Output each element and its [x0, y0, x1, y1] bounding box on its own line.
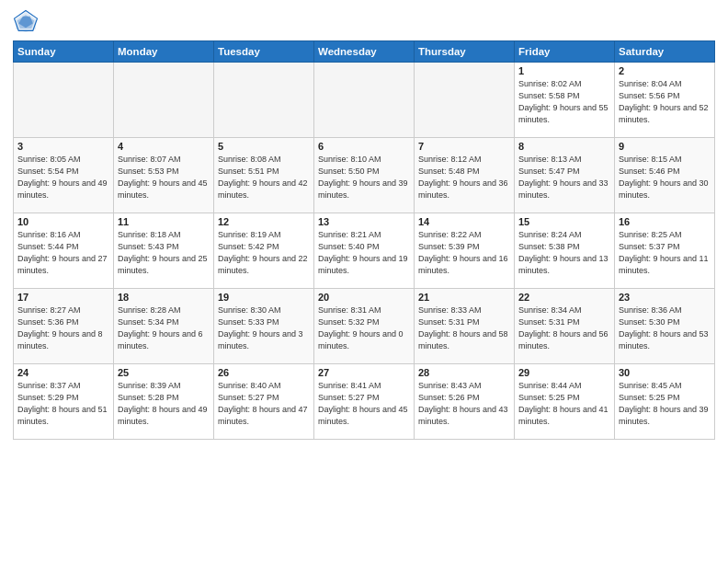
- day-info: Sunrise: 8:36 AM Sunset: 5:30 PM Dayligh…: [619, 304, 711, 352]
- calendar-cell: 29Sunrise: 8:44 AM Sunset: 5:25 PM Dayli…: [515, 364, 615, 440]
- day-info: Sunrise: 8:05 AM Sunset: 5:54 PM Dayligh…: [17, 154, 109, 201]
- day-number: 18: [118, 292, 210, 303]
- day-number: 3: [17, 141, 109, 152]
- header: [13, 9, 715, 35]
- day-number: 8: [518, 141, 610, 152]
- day-number: 17: [17, 292, 109, 303]
- calendar-week-5: 24Sunrise: 8:37 AM Sunset: 5:29 PM Dayli…: [14, 364, 715, 440]
- day-number: 30: [619, 367, 711, 378]
- day-number: 7: [418, 141, 510, 152]
- calendar-cell: 27Sunrise: 8:41 AM Sunset: 5:27 PM Dayli…: [314, 364, 415, 440]
- day-info: Sunrise: 8:30 AM Sunset: 5:33 PM Dayligh…: [218, 304, 310, 352]
- day-number: 12: [218, 216, 310, 227]
- day-info: Sunrise: 8:44 AM Sunset: 5:25 PM Dayligh…: [518, 380, 610, 428]
- calendar-cell: 20Sunrise: 8:31 AM Sunset: 5:32 PM Dayli…: [314, 289, 415, 364]
- day-number: 20: [318, 292, 410, 303]
- calendar-cell: 5Sunrise: 8:08 AM Sunset: 5:51 PM Daylig…: [214, 138, 314, 213]
- day-number: 6: [318, 141, 410, 152]
- day-info: Sunrise: 8:07 AM Sunset: 5:53 PM Dayligh…: [118, 154, 210, 201]
- day-info: Sunrise: 8:02 AM Sunset: 5:58 PM Dayligh…: [518, 78, 610, 126]
- day-number: 24: [17, 367, 109, 378]
- day-number: 29: [518, 367, 610, 378]
- day-info: Sunrise: 8:12 AM Sunset: 5:48 PM Dayligh…: [418, 154, 510, 201]
- day-info: Sunrise: 8:10 AM Sunset: 5:50 PM Dayligh…: [318, 154, 410, 201]
- logo: [13, 9, 42, 35]
- day-number: 5: [218, 141, 310, 152]
- day-number: 26: [218, 367, 310, 378]
- calendar-week-4: 17Sunrise: 8:27 AM Sunset: 5:36 PM Dayli…: [14, 289, 715, 364]
- day-header-tuesday: Tuesday: [214, 41, 314, 63]
- day-info: Sunrise: 8:34 AM Sunset: 5:31 PM Dayligh…: [518, 304, 610, 352]
- day-info: Sunrise: 8:08 AM Sunset: 5:51 PM Dayligh…: [218, 154, 310, 201]
- day-number: 11: [118, 216, 210, 227]
- calendar-cell: 6Sunrise: 8:10 AM Sunset: 5:50 PM Daylig…: [314, 138, 415, 213]
- calendar-cell: 28Sunrise: 8:43 AM Sunset: 5:26 PM Dayli…: [415, 364, 515, 440]
- calendar-cell: 10Sunrise: 8:16 AM Sunset: 5:44 PM Dayli…: [14, 213, 114, 289]
- calendar-cell: 13Sunrise: 8:21 AM Sunset: 5:40 PM Dayli…: [314, 213, 415, 289]
- calendar-cell: [14, 63, 114, 138]
- day-info: Sunrise: 8:39 AM Sunset: 5:28 PM Dayligh…: [118, 380, 210, 428]
- calendar-cell: 2Sunrise: 8:04 AM Sunset: 5:56 PM Daylig…: [615, 63, 715, 138]
- day-info: Sunrise: 8:15 AM Sunset: 5:46 PM Dayligh…: [619, 154, 711, 201]
- calendar-cell: 30Sunrise: 8:45 AM Sunset: 5:25 PM Dayli…: [615, 364, 715, 440]
- day-info: Sunrise: 8:28 AM Sunset: 5:34 PM Dayligh…: [118, 304, 210, 352]
- calendar-cell: 3Sunrise: 8:05 AM Sunset: 5:54 PM Daylig…: [14, 138, 114, 213]
- day-number: 14: [418, 216, 510, 227]
- day-number: 27: [318, 367, 410, 378]
- calendar-cell: 25Sunrise: 8:39 AM Sunset: 5:28 PM Dayli…: [114, 364, 214, 440]
- day-header-friday: Friday: [515, 41, 615, 63]
- calendar-cell: 16Sunrise: 8:25 AM Sunset: 5:37 PM Dayli…: [615, 213, 715, 289]
- day-number: 13: [318, 216, 410, 227]
- day-number: 16: [619, 216, 711, 227]
- calendar-cell: 23Sunrise: 8:36 AM Sunset: 5:30 PM Dayli…: [615, 289, 715, 364]
- calendar-cell: 19Sunrise: 8:30 AM Sunset: 5:33 PM Dayli…: [214, 289, 314, 364]
- calendar-cell: 11Sunrise: 8:18 AM Sunset: 5:43 PM Dayli…: [114, 213, 214, 289]
- calendar-cell: 21Sunrise: 8:33 AM Sunset: 5:31 PM Dayli…: [415, 289, 515, 364]
- day-header-thursday: Thursday: [415, 41, 515, 63]
- day-info: Sunrise: 8:41 AM Sunset: 5:27 PM Dayligh…: [318, 380, 410, 428]
- day-info: Sunrise: 8:25 AM Sunset: 5:37 PM Dayligh…: [619, 229, 711, 277]
- day-info: Sunrise: 8:43 AM Sunset: 5:26 PM Dayligh…: [418, 380, 510, 428]
- calendar-cell: 22Sunrise: 8:34 AM Sunset: 5:31 PM Dayli…: [515, 289, 615, 364]
- day-info: Sunrise: 8:13 AM Sunset: 5:47 PM Dayligh…: [518, 154, 610, 201]
- calendar-week-2: 3Sunrise: 8:05 AM Sunset: 5:54 PM Daylig…: [14, 138, 715, 213]
- day-number: 25: [118, 367, 210, 378]
- day-info: Sunrise: 8:16 AM Sunset: 5:44 PM Dayligh…: [17, 229, 109, 277]
- day-info: Sunrise: 8:40 AM Sunset: 5:27 PM Dayligh…: [218, 380, 310, 428]
- calendar-cell: 14Sunrise: 8:22 AM Sunset: 5:39 PM Dayli…: [415, 213, 515, 289]
- page-container: SundayMondayTuesdayWednesdayThursdayFrid…: [0, 0, 728, 445]
- day-number: 4: [118, 141, 210, 152]
- day-info: Sunrise: 8:33 AM Sunset: 5:31 PM Dayligh…: [418, 304, 510, 352]
- calendar-cell: 4Sunrise: 8:07 AM Sunset: 5:53 PM Daylig…: [114, 138, 214, 213]
- day-number: 22: [518, 292, 610, 303]
- day-header-monday: Monday: [114, 41, 214, 63]
- calendar-cell: 18Sunrise: 8:28 AM Sunset: 5:34 PM Dayli…: [114, 289, 214, 364]
- day-info: Sunrise: 8:21 AM Sunset: 5:40 PM Dayligh…: [318, 229, 410, 277]
- calendar-week-3: 10Sunrise: 8:16 AM Sunset: 5:44 PM Dayli…: [14, 213, 715, 289]
- calendar-cell: [214, 63, 314, 138]
- calendar-cell: 8Sunrise: 8:13 AM Sunset: 5:47 PM Daylig…: [515, 138, 615, 213]
- day-info: Sunrise: 8:04 AM Sunset: 5:56 PM Dayligh…: [619, 78, 711, 126]
- calendar-cell: 17Sunrise: 8:27 AM Sunset: 5:36 PM Dayli…: [14, 289, 114, 364]
- calendar-cell: [415, 63, 515, 138]
- calendar-cell: 26Sunrise: 8:40 AM Sunset: 5:27 PM Dayli…: [214, 364, 314, 440]
- day-number: 23: [619, 292, 711, 303]
- day-header-wednesday: Wednesday: [314, 41, 415, 63]
- calendar-cell: 24Sunrise: 8:37 AM Sunset: 5:29 PM Dayli…: [14, 364, 114, 440]
- day-header-sunday: Sunday: [14, 41, 114, 63]
- day-info: Sunrise: 8:31 AM Sunset: 5:32 PM Dayligh…: [318, 304, 410, 352]
- day-info: Sunrise: 8:22 AM Sunset: 5:39 PM Dayligh…: [418, 229, 510, 277]
- day-info: Sunrise: 8:27 AM Sunset: 5:36 PM Dayligh…: [17, 304, 109, 352]
- calendar-week-1: 1Sunrise: 8:02 AM Sunset: 5:58 PM Daylig…: [14, 63, 715, 138]
- calendar-cell: 12Sunrise: 8:19 AM Sunset: 5:42 PM Dayli…: [214, 213, 314, 289]
- calendar-cell: [314, 63, 415, 138]
- day-number: 28: [418, 367, 510, 378]
- calendar-cell: 7Sunrise: 8:12 AM Sunset: 5:48 PM Daylig…: [415, 138, 515, 213]
- calendar-cell: 15Sunrise: 8:24 AM Sunset: 5:38 PM Dayli…: [515, 213, 615, 289]
- calendar-cell: [114, 63, 214, 138]
- day-number: 9: [619, 141, 711, 152]
- day-info: Sunrise: 8:37 AM Sunset: 5:29 PM Dayligh…: [17, 380, 109, 428]
- day-info: Sunrise: 8:19 AM Sunset: 5:42 PM Dayligh…: [218, 229, 310, 277]
- day-number: 21: [418, 292, 510, 303]
- day-number: 19: [218, 292, 310, 303]
